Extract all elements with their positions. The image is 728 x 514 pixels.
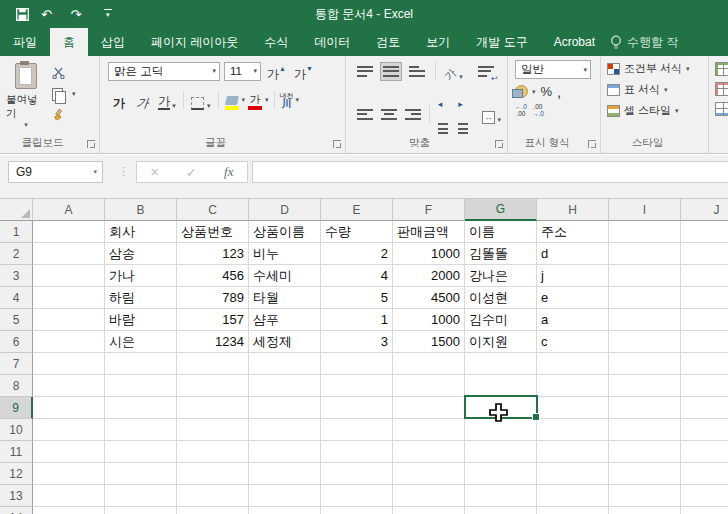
row-header-4[interactable]: 4 (0, 287, 33, 309)
cell-F3[interactable]: 2000 (393, 265, 465, 287)
cell-G5[interactable]: 김수미 (465, 309, 537, 331)
cell-D3[interactable]: 수세미 (249, 265, 321, 287)
column-header-G[interactable]: G (465, 199, 537, 221)
cell-I3[interactable] (609, 265, 681, 287)
font-size-combo[interactable]: 11 ▾ (224, 62, 261, 81)
cell-A12[interactable] (33, 463, 105, 485)
row-header-6[interactable]: 6 (0, 331, 33, 353)
cell-I4[interactable] (609, 287, 681, 309)
cell-H1[interactable]: 주소 (537, 221, 609, 243)
customize-quick-access-toolbar-button[interactable]: ▾ (104, 9, 112, 19)
cell-F2[interactable]: 1000 (393, 243, 465, 265)
cell-H4[interactable]: e (537, 287, 609, 309)
cell-E3[interactable]: 4 (321, 265, 393, 287)
bold-button[interactable]: 가 (108, 90, 130, 110)
cell-I12[interactable] (609, 463, 681, 485)
cell-C8[interactable] (177, 375, 249, 397)
alignment-dialog-launcher[interactable] (495, 140, 503, 148)
row-header-8[interactable]: 8 (0, 375, 33, 397)
cell-B12[interactable] (105, 463, 177, 485)
cell-I7[interactable] (609, 353, 681, 375)
cell-J7[interactable] (681, 353, 728, 375)
cell-C6[interactable]: 1234 (177, 331, 249, 353)
tab-developer[interactable]: 개발 도구 (463, 28, 540, 56)
column-header-B[interactable]: B (105, 199, 177, 221)
cell-G11[interactable] (465, 441, 537, 463)
cell-E13[interactable] (321, 485, 393, 507)
cell-D10[interactable] (249, 419, 321, 441)
cell-E12[interactable] (321, 463, 393, 485)
column-header-C[interactable]: C (177, 199, 249, 221)
cell-F5[interactable]: 1000 (393, 309, 465, 331)
cell-B6[interactable]: 시은 (105, 331, 177, 353)
cell-G2[interactable]: 김똘똘 (465, 243, 537, 265)
align-right-button[interactable] (402, 105, 424, 124)
cell-H5[interactable]: a (537, 309, 609, 331)
cell-G10[interactable] (465, 419, 537, 441)
cell-H3[interactable]: j (537, 265, 609, 287)
cell-A8[interactable] (33, 375, 105, 397)
tab-page-layout[interactable]: 페이지 레이아웃 (138, 28, 251, 56)
cell-D4[interactable]: 타월 (249, 287, 321, 309)
delete-cells-icon[interactable] (715, 82, 728, 96)
name-box-dropdown-icon[interactable]: ▾ (93, 168, 102, 176)
cell-A3[interactable] (33, 265, 105, 287)
redo-dropdown-icon[interactable]: ▾ (84, 11, 88, 18)
cell-B4[interactable]: 하림 (105, 287, 177, 309)
percent-style-button[interactable]: % (541, 84, 553, 99)
cell-G1[interactable]: 이름 (465, 221, 537, 243)
cell-J5[interactable] (681, 309, 728, 331)
cell-I6[interactable] (609, 331, 681, 353)
tab-home[interactable]: 홈 (50, 28, 88, 56)
cell-H12[interactable] (537, 463, 609, 485)
cell-I8[interactable] (609, 375, 681, 397)
column-header-F[interactable]: F (393, 199, 465, 221)
font-size-dropdown-icon[interactable]: ▾ (253, 67, 257, 75)
row-header-11[interactable]: 11 (0, 441, 33, 463)
font-color-dropdown-icon[interactable]: ▾ (265, 96, 269, 104)
cell-C12[interactable] (177, 463, 249, 485)
cell-J12[interactable] (681, 463, 728, 485)
cell-A4[interactable] (33, 287, 105, 309)
undo-dropdown-icon[interactable]: ▾ (55, 11, 59, 18)
phonetic-guide-button[interactable]: 내천 川 (280, 92, 294, 109)
cell-F7[interactable] (393, 353, 465, 375)
cell-A11[interactable] (33, 441, 105, 463)
cell-G13[interactable] (465, 485, 537, 507)
cell-D2[interactable]: 비누 (249, 243, 321, 265)
cell-B9[interactable] (105, 397, 177, 419)
column-header-I[interactable]: I (609, 199, 681, 221)
cell-A13[interactable] (33, 485, 105, 507)
cell-D7[interactable] (249, 353, 321, 375)
cell-J13[interactable] (681, 485, 728, 507)
cell-H14[interactable] (537, 507, 609, 514)
name-box[interactable]: G9 ▾ (8, 161, 103, 183)
cell-J14[interactable] (681, 507, 728, 514)
cell-B1[interactable]: 회사 (105, 221, 177, 243)
format-cells-icon[interactable] (715, 102, 728, 116)
paste-button[interactable]: 붙여넣기 ▾ (6, 60, 46, 135)
cell-J1[interactable] (681, 221, 728, 243)
cell-A10[interactable] (33, 419, 105, 441)
align-bottom-button[interactable] (406, 62, 428, 81)
row-header-2[interactable]: 2 (0, 243, 33, 265)
cell-I11[interactable] (609, 441, 681, 463)
tell-me-box[interactable]: 수행할 작 (610, 28, 678, 56)
cell-G6[interactable]: 이지원 (465, 331, 537, 353)
align-center-button[interactable] (378, 105, 400, 124)
column-header-D[interactable]: D (249, 199, 321, 221)
font-color-button[interactable]: 가 (247, 90, 263, 110)
cell-B7[interactable] (105, 353, 177, 375)
cell-G9[interactable] (465, 397, 537, 419)
cell-B8[interactable] (105, 375, 177, 397)
borders-button[interactable]: ▾ (189, 90, 213, 110)
cell-H6[interactable]: c (537, 331, 609, 353)
cell-B10[interactable] (105, 419, 177, 441)
cell-H2[interactable]: d (537, 243, 609, 265)
cell-G4[interactable]: 이성현 (465, 287, 537, 309)
column-header-H[interactable]: H (537, 199, 609, 221)
font-dialog-launcher[interactable] (333, 140, 341, 148)
cell-E8[interactable] (321, 375, 393, 397)
format-as-table-button[interactable]: 표 서식▾ (607, 82, 706, 97)
cell-C4[interactable]: 789 (177, 287, 249, 309)
